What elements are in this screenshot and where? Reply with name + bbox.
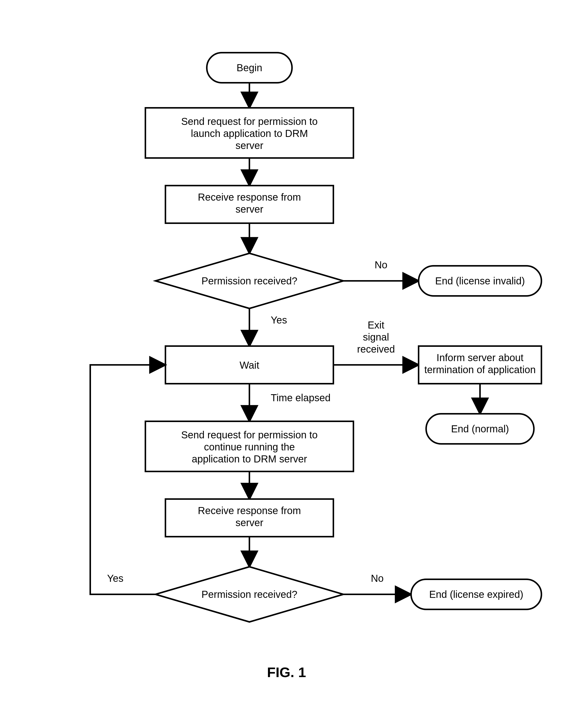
- node-perm2-label: Permission received?: [202, 589, 297, 600]
- edge-wait-time-label: Time elapsed: [271, 392, 330, 403]
- node-recv2: Receive response fromserver: [165, 499, 333, 537]
- node-recv1: Receive response fromserver: [165, 186, 333, 223]
- node-begin: Begin: [207, 53, 292, 83]
- node-perm1: Permission received?: [155, 253, 344, 308]
- node-end-expired: End (license expired): [411, 579, 541, 610]
- edge-perm2-no-label: No: [371, 573, 383, 584]
- node-end-normal-label: End (normal): [451, 423, 509, 434]
- node-end-invalid-label: End (license invalid): [435, 275, 525, 286]
- node-inform: Inform server abouttermination of applic…: [419, 346, 541, 384]
- edge-perm1-yes-label: Yes: [271, 314, 287, 326]
- node-end-expired-label: End (license expired): [429, 589, 523, 600]
- edge-wait-exit-label: Exitsignalreceived: [357, 320, 395, 354]
- node-wait-label: Wait: [240, 359, 259, 371]
- node-wait: Wait: [165, 346, 333, 384]
- node-perm1-label: Permission received?: [202, 275, 297, 286]
- node-send-continue: Send request for permission tocontinue r…: [145, 421, 353, 472]
- node-send-launch: Send request for permission tolaunch app…: [145, 108, 353, 158]
- edge-perm2-yes: [90, 365, 165, 594]
- node-end-normal: End (normal): [426, 414, 534, 444]
- edge-perm1-no-label: No: [374, 259, 387, 270]
- node-end-invalid: End (license invalid): [419, 266, 541, 296]
- node-perm2: Permission received?: [155, 567, 344, 622]
- node-begin-label: Begin: [237, 62, 262, 73]
- edge-perm2-yes-label: Yes: [107, 573, 123, 584]
- figure-caption: FIG. 1: [267, 664, 306, 680]
